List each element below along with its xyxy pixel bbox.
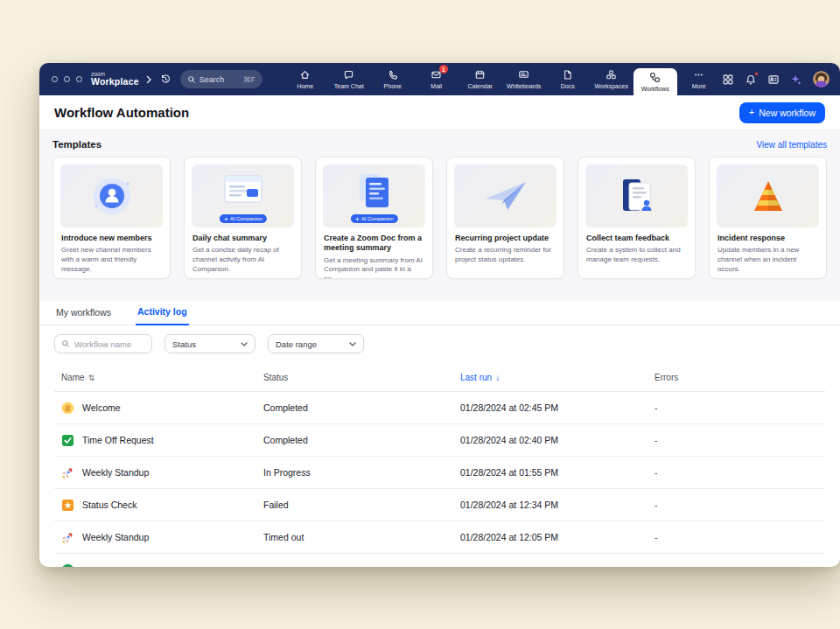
nav-workflows[interactable]: Workflows [634,68,677,95]
paper-plane-illustration [454,164,556,227]
new-workflow-button[interactable]: + New workflow [739,102,825,123]
template-description: Greet new channel members with a warm an… [61,246,162,274]
user-avatar[interactable] [813,71,830,87]
table-row-partial[interactable] [54,554,825,567]
contacts-icon[interactable] [767,73,780,86]
window-minimize-button[interactable] [64,76,70,82]
nav-docs[interactable]: Docs [546,63,590,95]
table-row[interactable]: Welcome Completed 01/28/2024 at 02:45 PM… [54,392,825,424]
forward-chevron-icon[interactable] [145,75,152,84]
apps-icon[interactable] [722,73,734,86]
status-filter-select[interactable]: Status [164,334,256,353]
check-square-icon [61,434,74,447]
rocket-icon [61,466,74,479]
template-title: Introduce new members [61,234,162,243]
search-shortcut: ⌘F [243,75,256,84]
tab-activity-log[interactable]: Activity log [136,306,189,325]
warning-cone-illustration [717,164,819,227]
notifications-bell-icon[interactable] [745,73,757,86]
status-cell: In Progress [256,467,453,478]
ai-companion-icon[interactable] [790,73,802,86]
feedback-form-illustration [585,164,688,227]
chat-window-illustration: AI Companion [192,164,294,227]
chevron-down-icon [349,342,356,346]
table-row[interactable]: Weekly Standup Timed out 01/28/2024 at 1… [54,521,825,554]
last-run-cell: 01/28/2024 at 01:55 PM [453,467,648,478]
green-circle-icon [61,563,74,568]
template-card-introduce-new-members[interactable]: Introduce new members Greet new channel … [52,157,171,279]
app-window: zoom Workplace Search ⌘F Home Tea [39,63,840,567]
nav-mail[interactable]: Mail 1 [415,63,458,95]
template-card-incident-response[interactable]: Incident response Update members in a ne… [709,157,827,279]
workflow-tabs: My workflows Activity log [39,302,840,325]
last-run-cell: 01/28/2024 at 12:05 PM [453,532,648,542]
sort-desc-icon: ↓ [495,373,500,382]
template-card-daily-chat-summary[interactable]: AI Companion Daily chat summary Get a co… [184,157,302,279]
activity-log-table: Name ⇅ Status Last run ↓ Errors Welcome … [54,364,825,567]
nav-team-chat[interactable]: Team Chat [327,63,371,95]
titlebar: zoom Workplace Search ⌘F Home Tea [39,63,840,95]
doc-illustration: AI Companion [323,164,425,227]
docs-icon [562,69,573,80]
template-description: Get a meeting summary from AI Companion … [324,256,424,280]
wave-hand-icon [61,402,74,415]
errors-cell: - [648,402,825,413]
templates-heading: Templates [52,139,102,150]
search-icon [61,339,70,348]
template-description: Update members in a new channel when an … [718,246,818,274]
template-cards: Introduce new members Greet new channel … [52,157,827,279]
nav-calendar[interactable]: Calendar [458,63,502,95]
star-square-icon [61,499,74,512]
more-icon [693,69,704,80]
sort-both-icon[interactable]: ⇅ [88,374,95,382]
phone-icon [387,69,398,80]
template-description: Create a system to collect and manage te… [586,246,687,265]
template-title: Daily chat summary [192,234,293,243]
search-input[interactable]: Search ⌘F [180,70,262,88]
table-row[interactable]: Time Off Request Completed 01/28/2024 at… [54,424,825,457]
search-icon [187,75,196,84]
nav-phone[interactable]: Phone [371,63,415,95]
column-header-last-run[interactable]: Last run ↓ [453,373,648,382]
search-placeholder: Search [200,75,225,84]
nav-workspaces[interactable]: Workspaces [590,63,634,95]
person-avatar-illustration [60,164,163,227]
chat-icon [343,69,354,80]
template-description: Create a recurring reminder for project … [455,246,556,265]
tab-my-workflows[interactable]: My workflows [54,307,113,325]
workflow-name-input[interactable] [74,339,145,349]
table-row[interactable]: Weekly Standup In Progress 01/28/2024 at… [54,457,825,489]
mail-unread-badge: 1 [439,65,448,73]
workflows-icon [649,72,661,83]
errors-cell: - [648,500,825,510]
zoom-workplace-logo: zoom Workplace [91,72,139,87]
window-close-button[interactable] [52,76,58,82]
history-icon[interactable] [160,73,172,85]
templates-section: Templates View all templates Introduce n… [39,129,840,302]
view-all-templates-link[interactable]: View all templates [757,140,827,150]
template-title: Collect team feedback [586,234,687,243]
last-run-cell: 01/28/2024 at 02:45 PM [453,402,648,413]
home-icon [299,69,311,80]
plus-icon: + [749,108,754,117]
template-card-zoom-doc-from-meeting-summary[interactable]: AI Companion Create a Zoom Doc from a me… [315,157,433,279]
template-card-collect-team-feedback[interactable]: Collect team feedback Create a system to… [578,157,696,279]
errors-cell: - [648,435,825,445]
nav-whiteboards[interactable]: Whiteboards [502,63,546,95]
topbar-right-icons [722,71,830,87]
template-title: Incident response [718,234,818,243]
window-zoom-button[interactable] [76,76,82,82]
errors-cell: - [648,467,825,478]
template-card-recurring-project-update[interactable]: Recurring project update Create a recurr… [446,157,564,279]
nav-home[interactable]: Home [284,63,327,95]
nav-more[interactable]: More [677,63,721,95]
table-header-row: Name ⇅ Status Last run ↓ Errors [54,364,825,392]
ai-companion-badge: AI Companion [350,214,397,223]
workflow-name-search[interactable] [54,334,152,353]
chevron-down-icon [241,342,248,346]
date-range-filter-select[interactable]: Date range [268,334,364,353]
calendar-icon [474,69,486,80]
column-header-name[interactable]: Name ⇅ [54,373,256,382]
table-row[interactable]: Status Check Failed 01/28/2024 at 12:34 … [54,489,825,521]
filters-bar: Status Date range [39,325,840,362]
